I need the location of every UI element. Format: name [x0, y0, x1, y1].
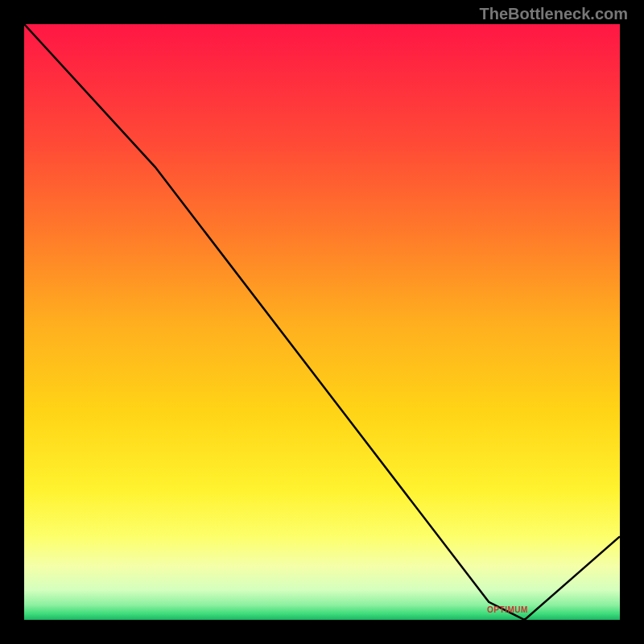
watermark-text: TheBottleneck.com: [480, 5, 628, 23]
bottleneck-curve: [24, 24, 620, 620]
chart-container: TheBottleneck.com OPTIMUM: [0, 0, 644, 644]
plot-area: OPTIMUM: [24, 24, 620, 620]
optimum-label: OPTIMUM: [487, 605, 528, 614]
